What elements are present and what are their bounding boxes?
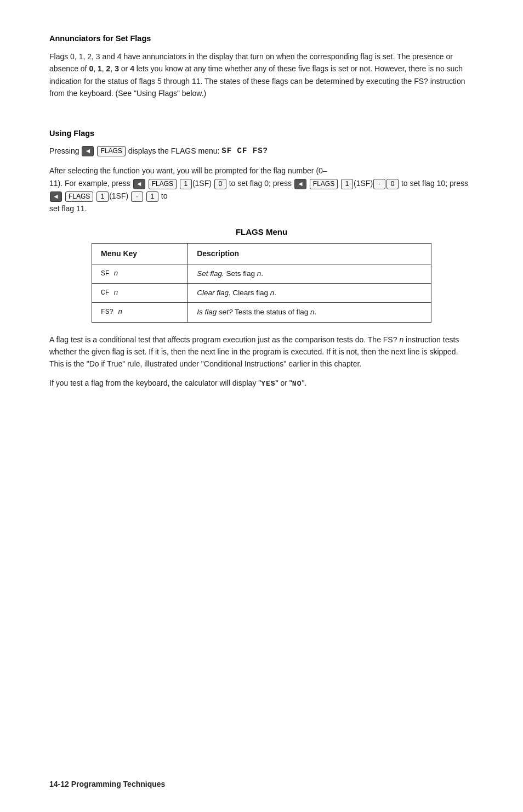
col-header-description: Description (188, 243, 431, 264)
row1-key: SF n (92, 264, 188, 283)
dot-key-2: · (131, 191, 143, 202)
annunciators-para: Flags 0, 1, 2, 3 and 4 have annunciators… (49, 50, 474, 100)
col-header-menu-key: Menu Key (92, 243, 188, 264)
flags-table-title: FLAGS Menu (92, 226, 431, 239)
pressing-label: Pressing (49, 145, 79, 157)
annunciators-title: Annunciators for Set Flags (49, 33, 474, 45)
table-row: FS? n Is flag set? Tests the status of f… (92, 303, 431, 322)
zero-key-1: 0 (214, 179, 226, 190)
arrow-key-4: ◄ (50, 191, 62, 202)
one-key-3: 1 (96, 191, 109, 202)
annunciators-section: Annunciators for Set Flags Flags 0, 1, 2… (49, 33, 474, 99)
using-flags-section: Using Flags Pressing ◄ FLAGS displays th… (49, 128, 474, 390)
flags-key-4: FLAGS (65, 191, 93, 202)
table-header-row: Menu Key Description (92, 243, 431, 264)
flags-key-3: FLAGS (310, 179, 338, 190)
table-row: CF n Clear flag. Clears flag n. (92, 284, 431, 303)
zero-key-2: 0 (386, 179, 399, 190)
flags-key: FLAGS (97, 146, 125, 157)
flags-menu-display: SF CF FS? (221, 145, 268, 157)
one-key-1sf: 1 (180, 179, 192, 190)
row3-key: FS? n (92, 303, 188, 322)
example-para: After selecting the function you want, y… (49, 165, 474, 215)
flags-key-2: FLAGS (149, 179, 177, 190)
displays-label: displays the FLAGS menu: (128, 145, 220, 157)
flags-table-container: FLAGS Menu Menu Key Description SF n Set… (92, 226, 431, 322)
page-footer: 14-12 Programming Techniques (49, 779, 165, 790)
arrow-key: ◄ (82, 146, 94, 157)
row2-desc: Clear flag. Clears flag n. (188, 284, 431, 303)
after-table-para-1: A flag test is a conditional test that a… (49, 334, 474, 370)
one-key-2: 1 (341, 179, 353, 190)
after-table-para-2: If you test a flag from the keyboard, th… (49, 377, 474, 390)
spacer-1 (49, 106, 474, 128)
arrow-key-3: ◄ (294, 179, 306, 190)
one-key-4: 1 (146, 191, 158, 202)
row2-key: CF n (92, 284, 188, 303)
row1-desc: Set flag. Sets flag n. (188, 264, 431, 283)
pressing-line: Pressing ◄ FLAGS displays the FLAGS menu… (49, 145, 474, 157)
arrow-key-2: ◄ (133, 179, 145, 190)
using-flags-title: Using Flags (49, 128, 474, 140)
flags-table: Menu Key Description SF n Set flag. Sets… (92, 243, 431, 323)
row3-desc: Is flag set? Tests the status of flag n. (188, 303, 431, 322)
table-row: SF n Set flag. Sets flag n. (92, 264, 431, 283)
dot-key-1: · (373, 179, 385, 190)
